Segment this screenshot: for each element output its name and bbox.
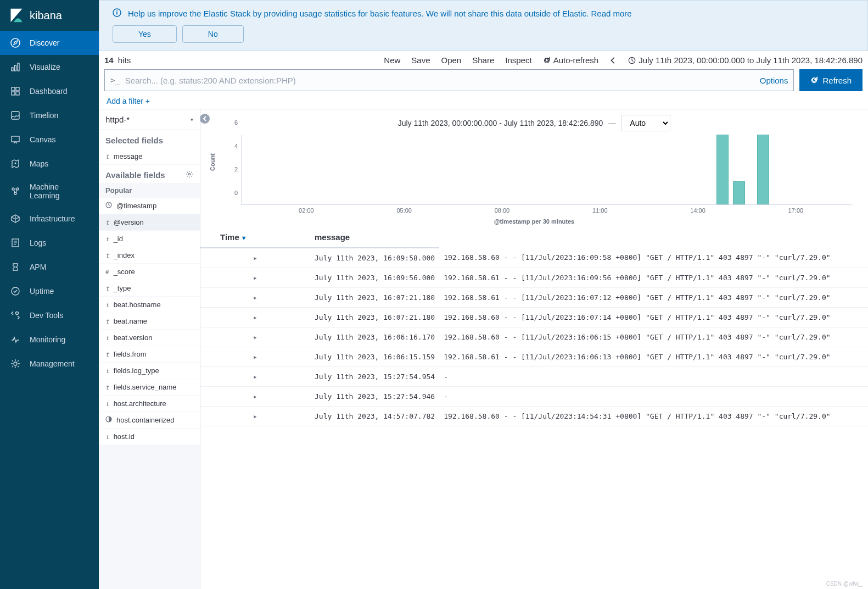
svg-rect-7 <box>16 92 19 95</box>
index-pattern-select[interactable]: httpd-* ▾ <box>99 109 200 130</box>
expand-row-button[interactable]: ▸ <box>200 367 310 387</box>
table-row: ▸July 11th 2023, 16:06:16.170192.168.58.… <box>200 327 868 347</box>
svg-point-16 <box>16 312 19 315</box>
histogram-chart[interactable]: Count 0246 02:0005:0008:0011:0014:0017:0… <box>229 135 852 217</box>
nav-item-uptime[interactable]: Uptime <box>0 279 99 303</box>
field-type-icon: t <box>105 432 109 441</box>
telemetry-no-button[interactable]: No <box>182 25 244 43</box>
field-name: beat.hostname <box>114 301 161 309</box>
telemetry-yes-button[interactable]: Yes <box>113 25 177 43</box>
nav-item-apm[interactable]: APM <box>0 255 99 279</box>
expand-row-button[interactable]: ▸ <box>200 248 310 268</box>
search-input[interactable] <box>125 76 754 85</box>
histogram-bar[interactable] <box>733 181 745 204</box>
nav-item-canvas[interactable]: Canvas <box>0 127 99 152</box>
save-button[interactable]: Save <box>411 55 430 65</box>
banner-read-more-link[interactable]: Read more <box>591 9 631 18</box>
visualize-icon <box>10 62 21 73</box>
field-item[interactable]: tbeat.version <box>99 330 200 346</box>
table-row: ▸July 11th 2023, 14:57:07.782192.168.58.… <box>200 407 868 426</box>
nav-item-maps[interactable]: Maps <box>0 152 99 176</box>
time-prev-button[interactable] <box>609 57 617 64</box>
nav-item-dashboard[interactable]: Dashboard <box>0 79 99 103</box>
nav-item-devtools[interactable]: Dev Tools <box>0 303 99 327</box>
field-item[interactable]: thost.architecture <box>99 396 200 412</box>
expand-row-button[interactable]: ▸ <box>200 387 310 407</box>
field-type-icon: # <box>105 268 109 276</box>
field-item[interactable]: t_index <box>99 247 200 264</box>
field-name: host.id <box>114 432 135 441</box>
field-item[interactable]: tfields.log_type <box>99 363 200 379</box>
banner-text: Help us improve the Elastic Stack by pro… <box>128 9 632 18</box>
field-item[interactable]: thost.id <box>99 429 200 445</box>
nav-item-monitoring[interactable]: Monitoring <box>0 327 99 352</box>
logs-icon <box>10 237 21 248</box>
nav-item-timelion[interactable]: Timelion <box>0 103 99 127</box>
expand-row-button[interactable]: ▸ <box>200 327 310 347</box>
search-box[interactable]: >_ Options <box>104 69 794 91</box>
search-options-button[interactable]: Options <box>754 76 788 85</box>
field-item[interactable]: tmessage <box>99 148 200 165</box>
share-button[interactable]: Share <box>472 55 494 65</box>
histogram-bar[interactable] <box>716 135 729 204</box>
nav-label: Monitoring <box>30 335 65 344</box>
nav-item-ml[interactable]: Machine Learning <box>0 176 99 207</box>
cell-time: July 11th 2023, 16:09:56.000 <box>310 268 439 288</box>
col-time-header[interactable]: Time▼ <box>200 227 310 248</box>
field-type-icon: t <box>105 366 109 375</box>
field-type-icon: t <box>105 218 109 226</box>
expand-row-button[interactable]: ▸ <box>200 288 310 308</box>
histogram-bar[interactable] <box>757 135 769 204</box>
field-item[interactable]: @timestamp <box>99 198 200 214</box>
table-row: ▸July 11th 2023, 16:06:15.159192.168.58.… <box>200 347 868 367</box>
open-button[interactable]: Open <box>441 55 462 65</box>
field-item[interactable]: t@version <box>99 214 200 231</box>
nav-item-management[interactable]: Management <box>0 352 99 376</box>
nav-label: Dev Tools <box>30 311 63 320</box>
field-type-icon: t <box>105 152 109 160</box>
nav-label: Infrastructure <box>30 214 75 223</box>
expand-row-button[interactable]: ▸ <box>200 268 310 288</box>
gear-icon[interactable] <box>186 170 193 180</box>
field-type-icon: t <box>105 301 109 309</box>
field-item[interactable]: t_type <box>99 280 200 297</box>
expand-row-button[interactable]: ▸ <box>200 347 310 367</box>
field-item[interactable]: tbeat.hostname <box>99 297 200 313</box>
expand-row-button[interactable]: ▸ <box>200 407 310 426</box>
nav-item-infra[interactable]: Infrastructure <box>0 207 99 231</box>
cell-time: July 11th 2023, 16:06:16.170 <box>310 327 439 347</box>
cell-message: - <box>439 367 868 387</box>
col-message-header[interactable]: message <box>310 227 439 248</box>
field-name: @timestamp <box>116 202 156 210</box>
inspect-button[interactable]: Inspect <box>505 55 531 65</box>
expand-row-button[interactable]: ▸ <box>200 308 310 327</box>
field-item[interactable]: host.containerized <box>99 412 200 429</box>
nav-label: APM <box>30 263 46 271</box>
field-item[interactable]: t_id <box>99 231 200 247</box>
field-item[interactable]: #_score <box>99 264 200 280</box>
x-axis-label: @timestamp per 30 minutes <box>211 218 857 225</box>
field-item[interactable]: tfields.service_name <box>99 379 200 396</box>
refresh-icon <box>810 76 818 84</box>
nav-item-discover[interactable]: Discover <box>0 31 99 55</box>
main: Help us improve the Elastic Stack by pro… <box>99 0 868 589</box>
auto-refresh-button[interactable]: Auto-refresh <box>543 55 599 65</box>
logo[interactable]: kibana <box>0 0 99 31</box>
field-item[interactable]: tfields.from <box>99 346 200 363</box>
time-range-picker[interactable]: July 11th 2023, 00:00:00.000 to July 11t… <box>628 55 863 65</box>
sort-desc-icon: ▼ <box>241 235 247 241</box>
field-item[interactable]: tbeat.name <box>99 313 200 330</box>
filter-bar: Add a filter + <box>99 93 868 109</box>
nav-item-visualize[interactable]: Visualize <box>0 55 99 79</box>
histogram-header: July 11th 2023, 00:00:00.000 - July 11th… <box>211 115 857 131</box>
svg-rect-20 <box>116 10 117 12</box>
discover-icon <box>10 37 21 48</box>
nav-item-logs[interactable]: Logs <box>0 231 99 255</box>
table-row: ▸July 11th 2023, 16:07:21.180192.168.58.… <box>200 308 868 327</box>
cell-message: 192.168.58.60 - - [11/Jul/2023:16:09:58 … <box>439 248 868 268</box>
refresh-button[interactable]: Refresh <box>799 69 863 91</box>
new-button[interactable]: New <box>384 55 400 65</box>
add-filter-button[interactable]: Add a filter + <box>107 97 150 105</box>
interval-select[interactable]: Auto <box>621 115 670 131</box>
nav-label: Discover <box>30 38 59 47</box>
